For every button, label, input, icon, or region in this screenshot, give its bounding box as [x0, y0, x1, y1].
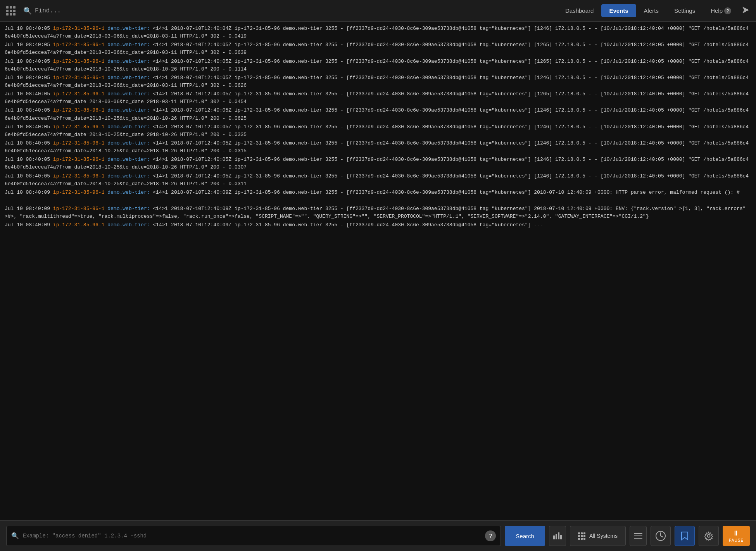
log-timestamp: Jul 10 08:40:05 — [5, 173, 50, 179]
log-timestamp: Jul 10 08:40:05 — [5, 157, 50, 162]
hamburger-line-3 — [634, 538, 642, 539]
log-host: ip-172-31-85-96-1 — [53, 222, 105, 228]
bookmark-icon — [681, 531, 689, 541]
log-service: demo.web-tier: — [107, 42, 150, 48]
log-timestamp: Jul 10 08:40:05 — [5, 42, 50, 48]
log-entry: Jul 10 08:40:05 ip-172-31-85-96-1 demo.w… — [5, 25, 751, 40]
log-host: ip-172-31-85-96-1 — [53, 124, 105, 130]
log-service: demo.web-tier: — [107, 222, 150, 228]
log-entry: Jul 10 08:40:05 ip-172-31-85-96-1 demo.w… — [5, 172, 751, 188]
log-entry: Jul 10 08:40:05 ip-172-31-85-96-1 demo.w… — [5, 74, 751, 90]
log-entry: Jul 10 08:40:05 ip-172-31-85-96-1 demo.w… — [5, 123, 751, 139]
log-service: demo.web-tier: — [107, 157, 150, 162]
log-service: demo.web-tier: — [107, 173, 150, 179]
top-nav: 🔍 Find... Dashboard Events Alerts Settin… — [0, 0, 756, 22]
log-entry: Jul 10 08:40:05 ip-172-31-85-96-1 demo.w… — [5, 90, 751, 106]
log-timestamp: Jul 10 08:40:05 — [5, 107, 50, 113]
grid-icon — [578, 532, 585, 540]
pause-icon: ⏸ — [732, 529, 740, 537]
svg-rect-3 — [560, 535, 562, 539]
hamburger-line-2 — [634, 536, 642, 536]
bottom-bar: 🔍 ? Search All Systems — [0, 520, 756, 551]
log-host: ip-172-31-85-96-1 — [53, 206, 105, 212]
log-timestamp: Jul 10 08:40:05 — [5, 91, 50, 97]
find-label[interactable]: Find... — [35, 7, 61, 14]
search-button[interactable]: Search — [505, 526, 545, 546]
log-entry: Jul 10 08:40:05 ip-172-31-85-96-1 demo.w… — [5, 41, 751, 57]
log-timestamp: Jul 10 08:40:09 — [5, 222, 50, 228]
log-entry: Jul 10 08:40:05 ip-172-31-85-96-1 demo.w… — [5, 139, 751, 155]
apps-icon[interactable] — [6, 6, 16, 15]
log-area: Jul 10 08:40:05 ip-172-31-85-96-1 demo.w… — [0, 22, 756, 520]
all-systems-button[interactable]: All Systems — [570, 526, 626, 546]
log-host: ip-172-31-85-96-1 — [53, 173, 105, 179]
search-input[interactable] — [23, 533, 481, 539]
search-icon-small: 🔍 — [11, 532, 19, 540]
hamburger-line-1 — [634, 533, 642, 534]
log-service: demo.web-tier: — [107, 206, 150, 212]
svg-line-6 — [661, 536, 663, 537]
svg-rect-1 — [556, 534, 557, 539]
search-icon: 🔍 — [23, 7, 32, 15]
log-entry: Jul 10 08:40:05 ip-172-31-85-96-1 demo.w… — [5, 58, 751, 73]
log-entry: Jul 10 08:40:05 ip-172-31-85-96-1 demo.w… — [5, 107, 751, 122]
log-timestamp: Jul 10 08:40:05 — [5, 124, 50, 130]
log-host: ip-172-31-85-96-1 — [53, 91, 105, 97]
all-systems-label: All Systems — [589, 533, 618, 539]
log-entry: Jul 10 08:40:05 ip-172-31-85-96-1 demo.w… — [5, 156, 751, 171]
svg-rect-2 — [558, 532, 559, 539]
clock-icon — [655, 530, 666, 541]
nav-alerts[interactable]: Alerts — [636, 4, 666, 17]
log-service: demo.web-tier: — [107, 124, 150, 130]
nav-search-area: 🔍 Find... — [23, 7, 553, 15]
bar-chart-icon — [553, 532, 562, 539]
log-timestamp: Jul 10 08:40:05 — [5, 75, 50, 81]
nav-settings[interactable]: Settings — [666, 4, 703, 17]
gear-icon — [704, 531, 713, 541]
log-host: ip-172-31-85-96-1 — [53, 59, 105, 64]
logout-icon[interactable]: ⮞ — [742, 6, 750, 15]
log-service: demo.web-tier: — [107, 75, 150, 81]
log-timestamp: Jul 10 08:40:09 — [5, 206, 50, 212]
log-entry: Jul 10 08:40:09 ip-172-31-85-96-1 demo.w… — [5, 221, 751, 229]
help-circle-icon: ? — [724, 7, 731, 14]
settings-button[interactable] — [699, 526, 719, 546]
bar-chart-button[interactable] — [549, 526, 566, 546]
log-host: ip-172-31-85-96-1 — [53, 42, 105, 48]
nav-help[interactable]: Help ? — [703, 4, 739, 17]
log-entry: Jul 10 08:40:09 ip-172-31-85-96-1 demo.w… — [5, 189, 751, 204]
log-host: ip-172-31-85-96-1 — [53, 140, 105, 146]
log-timestamp: Jul 10 08:40:05 — [5, 59, 50, 64]
help-icon-button[interactable]: ? — [485, 530, 496, 541]
log-body: <14>1 2018-07-10T12:40:09Z ip-172-31-85-… — [153, 222, 543, 228]
bookmark-button[interactable] — [675, 526, 695, 546]
log-service: demo.web-tier: — [107, 107, 150, 113]
log-entry: Jul 10 08:40:09 ip-172-31-85-96-1 demo.w… — [5, 205, 751, 220]
clock-button[interactable] — [651, 526, 671, 546]
log-host: ip-172-31-85-96-1 — [53, 75, 105, 81]
pause-label: PAUSE — [729, 538, 744, 542]
svg-rect-0 — [553, 536, 555, 539]
log-service: demo.web-tier: — [107, 91, 150, 97]
nav-links: Dashboard Events Alerts Settings Help ? … — [558, 4, 750, 17]
log-service: demo.web-tier: — [107, 140, 150, 146]
nav-events[interactable]: Events — [601, 4, 636, 17]
log-timestamp: Jul 10 08:40:05 — [5, 26, 50, 31]
log-host: ip-172-31-85-96-1 — [53, 107, 105, 113]
pause-button[interactable]: ⏸ PAUSE — [723, 526, 750, 546]
log-host: ip-172-31-85-96-1 — [53, 26, 105, 31]
nav-dashboard[interactable]: Dashboard — [558, 4, 601, 17]
log-service: demo.web-tier: — [107, 189, 150, 195]
svg-point-7 — [708, 535, 710, 537]
search-input-wrap: 🔍 ? — [6, 526, 501, 546]
log-host: ip-172-31-85-96-1 — [53, 157, 105, 162]
hamburger-button[interactable] — [630, 526, 647, 546]
log-service: demo.web-tier: — [107, 26, 150, 31]
log-service: demo.web-tier: — [107, 59, 150, 64]
log-host: ip-172-31-85-96-1 — [53, 189, 105, 195]
log-timestamp: Jul 10 08:40:05 — [5, 140, 50, 146]
help-label: Help — [711, 7, 723, 14]
log-timestamp: Jul 10 08:40:09 — [5, 189, 50, 195]
